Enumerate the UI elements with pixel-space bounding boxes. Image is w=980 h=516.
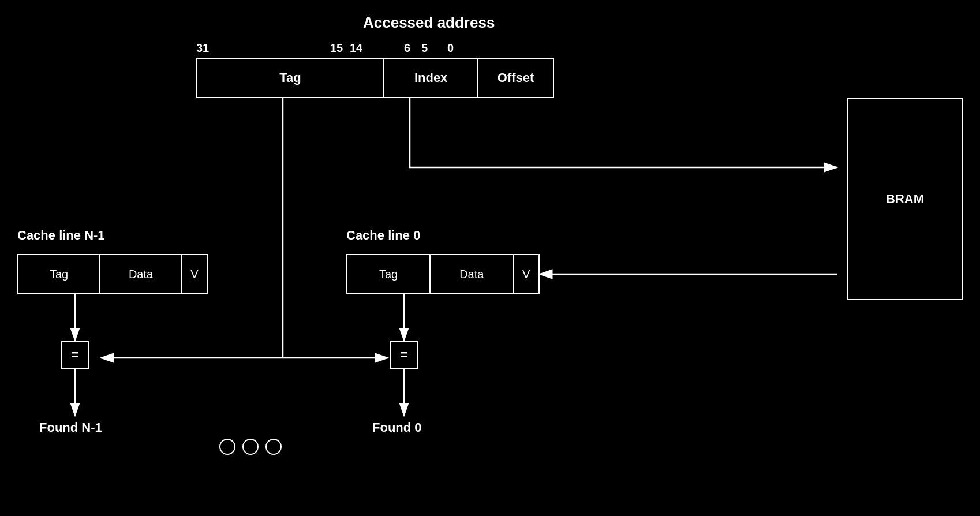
cache-n1-data: Data [100,255,182,293]
bit14-label: 14 [350,42,362,55]
bit6-label: 6 [404,42,410,55]
address-box: Tag Index Offset [196,58,554,98]
cache-n1-tag: Tag [18,255,100,293]
cache-0-label: Cache line 0 [346,228,420,243]
dot-2 [242,439,259,455]
found-0-label: Found 0 [372,420,422,435]
cache-n1-v: V [182,255,207,293]
bit0-label: 0 [447,42,454,55]
bit5-label: 5 [421,42,428,55]
dot-3 [265,439,282,455]
cache-0-box: Tag Data V [346,254,540,294]
accessed-address-title: Accessed address [363,14,495,32]
address-index-seg: Index [384,59,478,97]
ellipsis-dots [219,439,282,455]
comparator-n1: = [61,341,89,369]
comparator-0: = [390,341,418,369]
cache-0-v: V [514,255,538,293]
cache-n1-label: Cache line N-1 [17,228,105,243]
bit31-label: 31 [196,42,209,55]
cache-0-tag: Tag [347,255,431,293]
diagram: Accessed address 31 15 14 6 5 0 Tag Inde… [0,0,980,516]
dot-1 [219,439,235,455]
address-offset-seg: Offset [478,59,553,97]
cache-0-data: Data [431,255,514,293]
bit15-label: 15 [330,42,343,55]
bram-box: BRAM [847,98,963,300]
found-n1-label: Found N-1 [39,420,102,435]
address-tag-seg: Tag [197,59,384,97]
cache-n1-box: Tag Data V [17,254,208,294]
